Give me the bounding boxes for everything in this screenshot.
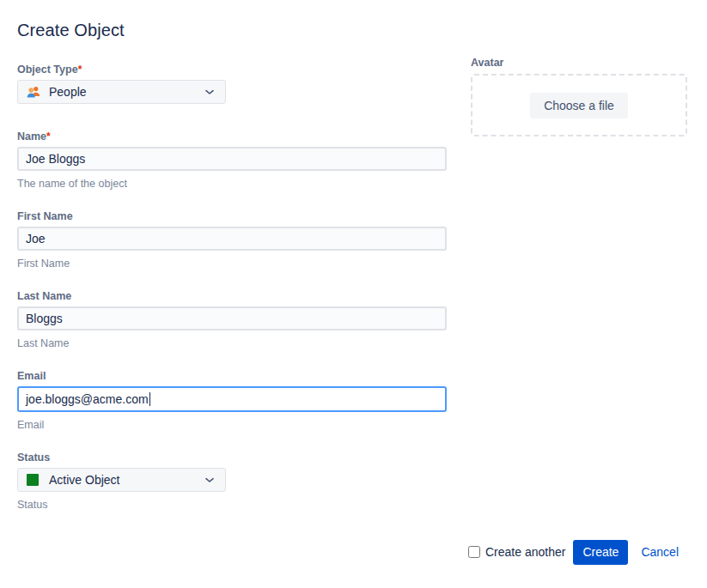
status-helper: Status — [17, 499, 447, 511]
status-value: Active Object — [49, 473, 119, 487]
last-name-group: Last Name Last Name — [17, 290, 447, 349]
last-name-helper: Last Name — [17, 337, 447, 349]
avatar-section: Avatar Choose a file — [471, 57, 687, 136]
avatar-dropzone[interactable]: Choose a file — [471, 74, 687, 136]
text-cursor — [149, 392, 151, 406]
first-name-group: First Name First Name — [17, 210, 447, 270]
create-another-label: Create another — [485, 545, 565, 559]
name-helper: The name of the object — [17, 178, 447, 190]
email-label: Email — [17, 370, 447, 383]
status-label: Status — [17, 452, 447, 464]
choose-file-button[interactable]: Choose a file — [530, 93, 628, 118]
create-object-dialog: Create Object Object Type* People — [0, 0, 707, 588]
cancel-link[interactable]: Cancel — [641, 545, 679, 559]
form-left-column: Object Type* People Name* — [17, 64, 447, 531]
object-type-select[interactable]: People — [17, 80, 226, 104]
required-indicator: * — [78, 64, 82, 76]
required-indicator: * — [46, 130, 51, 142]
last-name-field[interactable] — [17, 306, 447, 330]
email-value: joe.bloggs@acme.com — [26, 389, 149, 409]
page-title: Create Object — [17, 21, 125, 40]
email-helper: Email — [17, 419, 447, 431]
email-field[interactable]: joe.bloggs@acme.com — [17, 386, 447, 412]
first-name-label: First Name — [17, 210, 447, 223]
create-another-checkbox[interactable] — [468, 546, 480, 558]
name-label: Name* — [17, 130, 447, 143]
first-name-helper: First Name — [17, 258, 447, 270]
status-group: Status Active Object Status — [17, 452, 447, 511]
name-group: Name* The name of the object — [17, 130, 447, 190]
status-color-swatch — [27, 474, 39, 486]
status-select[interactable]: Active Object — [17, 468, 226, 492]
avatar-label: Avatar — [471, 57, 687, 70]
last-name-label: Last Name — [17, 290, 447, 303]
people-icon — [27, 85, 40, 99]
email-group: Email joe.bloggs@acme.com Email — [17, 370, 447, 431]
object-type-group: Object Type* People — [17, 64, 447, 104]
dialog-footer: Create another Create Cancel — [468, 539, 679, 565]
create-button[interactable]: Create — [573, 540, 628, 565]
chevron-down-icon — [203, 85, 216, 99]
first-name-field[interactable] — [17, 227, 447, 251]
name-field[interactable] — [17, 147, 447, 171]
chevron-down-icon — [203, 473, 216, 487]
object-type-label: Object Type* — [17, 64, 447, 76]
object-type-value: People — [49, 85, 87, 99]
